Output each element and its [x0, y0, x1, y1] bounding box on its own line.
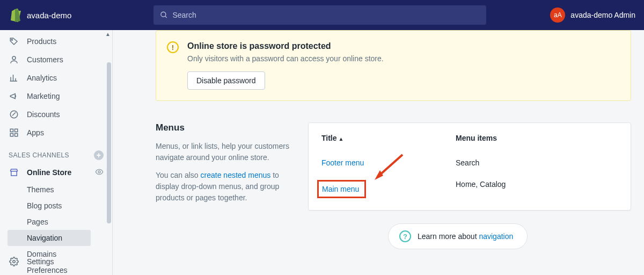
nav-marketing[interactable]: Marketing: [0, 87, 112, 105]
scroll-thumb[interactable]: [107, 62, 111, 223]
svg-rect-5: [10, 129, 13, 132]
nav-label: Analytics: [27, 74, 57, 82]
menu-items-cell: Search: [456, 158, 618, 167]
shopify-logo-icon: [9, 8, 21, 22]
help-icon: ?: [399, 230, 411, 242]
search-input[interactable]: [172, 11, 480, 19]
svg-point-2: [11, 39, 12, 40]
nav-products[interactable]: Products: [0, 32, 112, 50]
analytics-icon: [9, 73, 19, 83]
svg-rect-8: [15, 134, 18, 136]
search-area: [153, 5, 550, 25]
learn-more-pill[interactable]: ? Learn more about navigation: [388, 223, 528, 249]
nav-analytics[interactable]: Analytics: [0, 69, 112, 87]
avatar: aA: [550, 8, 565, 23]
tag-icon: [9, 36, 19, 47]
nav-customers[interactable]: Customers: [0, 50, 112, 69]
nav-discounts[interactable]: Discounts: [0, 105, 112, 124]
nav-label: Customers: [27, 55, 63, 64]
alert-title: Online store is password protected: [187, 41, 384, 51]
main-content: ! Online store is password protected Onl…: [113, 30, 644, 275]
gear-icon: [9, 256, 19, 267]
create-nested-menus-link[interactable]: create nested menus: [201, 171, 271, 179]
nav-label: Marketing: [27, 92, 60, 100]
top-bar: avada-demo aA avada-demo Admin: [0, 0, 644, 30]
nav-settings[interactable]: Settings: [0, 252, 112, 271]
sales-channels-heading: SALES CHANNELS +: [0, 142, 112, 163]
store-icon: [9, 167, 19, 178]
sub-blog-posts[interactable]: Blog posts: [27, 198, 112, 214]
col-items-header: Menu items: [456, 134, 618, 142]
nav-label: Online Store: [27, 168, 87, 177]
nav-apps[interactable]: Apps: [0, 124, 112, 142]
menu-items-cell: Home, Catalog: [456, 180, 618, 198]
sub-navigation[interactable]: Navigation: [8, 230, 91, 246]
menus-para-2: You can also create nested menus to disp…: [156, 170, 295, 204]
alert-body-text: Only visitors with a password can access…: [187, 54, 384, 63]
logo-area: avada-demo: [9, 8, 153, 22]
svg-point-0: [161, 12, 166, 17]
sidebar: ▲ Products Customers Analytics Marketing…: [0, 30, 113, 275]
learn-navigation-link[interactable]: navigation: [479, 232, 513, 241]
col-title-header[interactable]: Title▲: [321, 134, 456, 142]
nav-online-store[interactable]: Online Store: [0, 163, 112, 182]
annotation-highlight-box: Main menu: [317, 180, 366, 198]
add-channel-icon[interactable]: +: [94, 150, 104, 160]
menu-link-main[interactable]: Main menu: [322, 185, 359, 193]
sort-asc-icon: ▲: [339, 136, 344, 142]
sub-themes[interactable]: Themes: [27, 182, 112, 198]
person-icon: [9, 54, 19, 65]
sidebar-scrollbar[interactable]: ▲: [105, 30, 112, 275]
svg-point-3: [12, 56, 16, 60]
account-name: avada-demo Admin: [570, 11, 635, 19]
menus-table-card: Title▲ Menu items Footer menu Search Mai…: [308, 122, 631, 211]
svg-line-11: [378, 155, 402, 176]
scroll-up-icon[interactable]: ▲: [105, 31, 111, 37]
section-title-text: SALES CHANNELS: [9, 151, 69, 159]
svg-rect-7: [10, 134, 13, 136]
warning-icon: !: [167, 41, 179, 53]
search-box[interactable]: [153, 5, 486, 25]
disable-password-button[interactable]: Disable password: [187, 71, 265, 90]
table-row: Footer menu Search: [309, 152, 631, 173]
learn-more-text: Learn more about navigation: [418, 232, 513, 241]
svg-point-9: [98, 171, 100, 173]
annotation-arrow-icon: [370, 152, 408, 184]
shop-name: avada-demo: [27, 11, 71, 20]
svg-rect-6: [15, 129, 18, 132]
megaphone-icon: [9, 91, 19, 102]
svg-line-1: [165, 16, 167, 18]
search-icon: [160, 11, 168, 19]
password-alert: ! Online store is password protected Onl…: [156, 30, 631, 101]
svg-point-10: [13, 260, 16, 263]
account-area[interactable]: aA avada-demo Admin: [550, 8, 635, 23]
menus-description: Menus Menus, or link lists, help your cu…: [156, 122, 295, 211]
discount-icon: [9, 109, 19, 120]
menus-heading: Menus: [156, 122, 295, 133]
nav-label: Products: [27, 37, 56, 46]
sub-pages[interactable]: Pages: [27, 214, 112, 230]
nav-label: Settings: [27, 257, 54, 266]
nav-label: Discounts: [27, 110, 60, 119]
apps-icon: [9, 127, 19, 138]
view-store-icon[interactable]: [95, 168, 104, 178]
table-row: Main menu Home, Catalog: [309, 173, 631, 205]
table-header: Title▲ Menu items: [309, 134, 631, 152]
menus-para-1: Menus, or link lists, help your customer…: [156, 141, 295, 163]
nav-label: Apps: [27, 128, 44, 137]
